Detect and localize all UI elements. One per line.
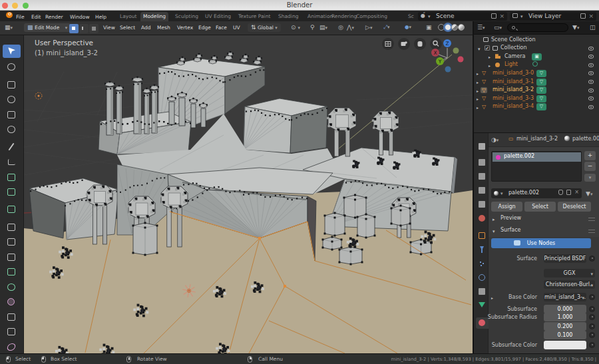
unlink-material-icon[interactable]: × xyxy=(574,189,579,195)
outliner-item-label[interactable]: mini_island_3-3 xyxy=(493,95,534,101)
titlebar[interactable]: Blender xyxy=(0,0,599,11)
material-slot-list[interactable]: palette.002 xyxy=(491,151,582,182)
menu-help[interactable]: Help xyxy=(95,14,106,20)
gizmo-z-neg[interactable] xyxy=(445,67,451,73)
spin-tool[interactable] xyxy=(3,281,21,295)
rotate-tool[interactable] xyxy=(3,94,21,107)
gizmo-x-neg[interactable] xyxy=(458,57,464,63)
pivot-dropdown[interactable]: ⊙ ▾ xyxy=(291,24,300,31)
subsurface-radius-3-field[interactable]: 0.100 xyxy=(544,331,586,339)
disclosure-icon[interactable]: ▸ xyxy=(477,96,479,101)
breadcrumb-material[interactable]: palette.002 xyxy=(572,136,599,142)
outliner-row-camera[interactable]: ▸Camera▣ xyxy=(474,53,599,61)
face-select-button[interactable] xyxy=(89,24,99,33)
disclosure-icon[interactable]: ▸ xyxy=(477,80,479,85)
properties-tab-view-layer[interactable] xyxy=(476,185,489,196)
remove-slot-button[interactable]: − xyxy=(584,162,596,171)
disclosure-icon[interactable]: ▸ xyxy=(477,71,479,76)
knife-tool[interactable] xyxy=(3,252,21,265)
viewport-menu-vertex[interactable]: Vertex xyxy=(177,25,193,31)
annotate-tool[interactable] xyxy=(3,141,21,154)
subsurface-radius-2-field[interactable]: 0.200 xyxy=(544,322,586,331)
outliner-row-mini-island-3-0[interactable]: ▸▽mini_island_3-0▽ xyxy=(474,69,599,78)
menu-file[interactable]: File xyxy=(16,14,25,20)
edge-slide-tool[interactable] xyxy=(3,311,21,325)
cursor-tool[interactable] xyxy=(3,61,21,75)
outliner-filter-collection-icon[interactable]: ▭▾ xyxy=(494,24,502,31)
move-tool[interactable] xyxy=(3,79,21,92)
add-slot-button[interactable]: + xyxy=(584,151,596,160)
deselect-button[interactable]: Deselect xyxy=(558,202,591,212)
viewport-menu-select[interactable]: Select xyxy=(120,25,135,31)
mesh-data-badge[interactable]: ▽ xyxy=(536,70,546,77)
outliner-row-mini-island-3-3[interactable]: ▸▽mini_island_3-3▽ xyxy=(474,94,599,103)
select-button[interactable]: Select xyxy=(524,202,556,212)
menu-window[interactable]: Window xyxy=(70,14,90,20)
close-scene-icon[interactable]: × xyxy=(499,13,504,19)
outliner-search-input[interactable] xyxy=(507,23,568,32)
bevel-tool[interactable] xyxy=(3,222,21,235)
vertex-select-button[interactable] xyxy=(69,24,79,33)
hide-eye-icon[interactable] xyxy=(588,89,594,92)
hide-eye-icon[interactable] xyxy=(588,80,594,84)
outliner-row-mini-island-3-4[interactable]: ▸▽mini_island_3-4▽ xyxy=(474,103,599,112)
surface-animate-dot[interactable] xyxy=(589,256,595,262)
smooth-tool[interactable] xyxy=(3,296,21,309)
subsurface-animate-dot[interactable] xyxy=(589,306,595,312)
subsurface-radius-2-animate-dot[interactable] xyxy=(589,323,595,329)
outliner-item-label[interactable]: Scene Collection xyxy=(491,37,536,43)
remove-view-layer-icon[interactable]: × xyxy=(588,13,594,19)
sss-method-field[interactable]: Christensen-Burl.. xyxy=(544,280,595,289)
mesh-data-badge[interactable]: ▽ xyxy=(536,87,546,94)
snap-target-dropdown[interactable]: ▤▾ xyxy=(319,24,327,31)
filter-icon[interactable]: ▼▾ xyxy=(572,24,579,31)
viewport-menu-add[interactable]: Add xyxy=(141,25,151,31)
properties-tab-output[interactable] xyxy=(476,171,489,182)
outliner-options-icon[interactable]: ◫ xyxy=(590,24,596,31)
subsurface-radius-1-field[interactable]: 1.000 xyxy=(544,313,586,321)
viewport-menu-edge[interactable]: Edge xyxy=(198,25,211,31)
fake-user-icon[interactable] xyxy=(558,190,563,195)
hide-eye-icon[interactable] xyxy=(588,105,594,109)
hide-eye-icon[interactable] xyxy=(588,47,594,51)
loop-cut-tool[interactable] xyxy=(3,236,21,250)
camera-data-badge[interactable]: ▣ xyxy=(532,53,542,61)
hide-eye-icon[interactable] xyxy=(588,55,594,59)
disclosure-icon[interactable]: ▸ xyxy=(489,55,491,59)
inset-faces-tool[interactable] xyxy=(3,204,21,217)
outliner-row-collection[interactable]: ▾✓Collection xyxy=(474,45,599,53)
hide-eye-icon[interactable] xyxy=(588,71,594,75)
mesh-data-badge[interactable]: ▽ xyxy=(536,95,546,102)
outliner-item-label[interactable]: Light xyxy=(504,61,518,67)
snap-magnet-icon[interactable]: ⚲ xyxy=(310,24,315,31)
outliner-item-label[interactable]: Collection xyxy=(500,45,527,51)
snapping-dropdown[interactable]: ⤢▾ xyxy=(383,24,390,31)
copy-view-layer-icon[interactable] xyxy=(580,13,586,19)
subsurface-color-swatch[interactable] xyxy=(544,341,586,349)
outliner-item-label[interactable]: mini_island_3-1 xyxy=(493,79,534,85)
surface-field[interactable]: Principled BSDF xyxy=(544,254,586,263)
viewport-menu-face[interactable]: Face xyxy=(216,25,227,31)
material-datablock-field[interactable]: ▾ palette.002 × xyxy=(491,188,582,198)
base-color-animate-dot[interactable] xyxy=(589,294,595,300)
copy-scene-icon[interactable] xyxy=(491,13,497,19)
subsurface-radius-3-animate-dot[interactable] xyxy=(589,332,595,338)
outliner-item-label[interactable]: mini_island_3-4 xyxy=(493,103,534,109)
mode-dropdown[interactable]: ▩ Edit Mode ▾ xyxy=(24,23,71,32)
disclosure-icon[interactable]: ▸ xyxy=(489,63,491,68)
gizmo-y-neg[interactable] xyxy=(453,48,459,54)
tab-sc[interactable]: Sc xyxy=(405,12,417,21)
orientation-dropdown[interactable]: ⇅ Global ▾ xyxy=(248,23,281,32)
edge-select-button[interactable] xyxy=(79,24,89,33)
light-data-badge[interactable] xyxy=(532,61,538,67)
extrude-tool[interactable] xyxy=(3,186,21,200)
collection-checkbox[interactable]: ✓ xyxy=(485,45,490,51)
hide-eye-icon[interactable] xyxy=(588,63,594,67)
gizmo-dropdown[interactable]: ▷▾ xyxy=(365,24,372,31)
breadcrumb-object[interactable]: mini_island_3-2 xyxy=(516,136,558,142)
copy-material-icon[interactable] xyxy=(566,190,571,195)
shading-material[interactable] xyxy=(451,24,458,31)
menu-render[interactable]: Render xyxy=(45,14,63,20)
falloff-dropdown[interactable]: ⋀▾ xyxy=(347,24,354,31)
blender-logo-icon[interactable] xyxy=(5,12,14,19)
